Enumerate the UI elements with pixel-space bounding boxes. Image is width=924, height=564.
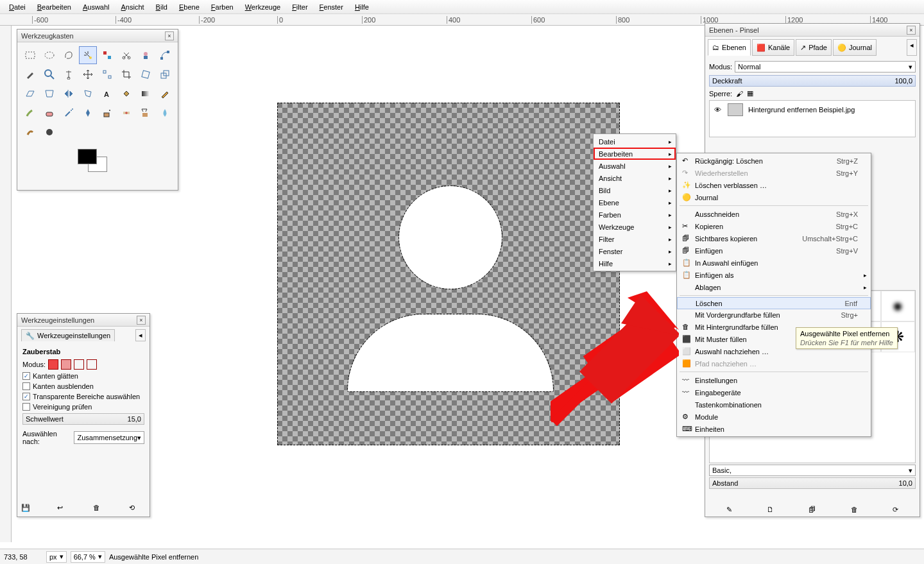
- layer-name[interactable]: Hintergrund entfernen Beispiel.jpg: [748, 106, 855, 114]
- tool-by-color-select[interactable]: [98, 46, 116, 64]
- ctx-edit-item[interactable]: 🗐Sichtbares kopierenUmschalt+Strg+C: [677, 232, 871, 244]
- tool-smudge[interactable]: [21, 123, 39, 141]
- antialias-checkbox[interactable]: ✓: [22, 372, 30, 380]
- tool-dodge-burn[interactable]: [40, 123, 58, 141]
- mode-add-icon[interactable]: [61, 359, 71, 370]
- tool-perspective-clone[interactable]: [137, 104, 155, 122]
- tool-shear[interactable]: [21, 85, 39, 103]
- ctx-edit-item[interactable]: Ablagen▸: [677, 281, 871, 293]
- tool-paths[interactable]: [156, 46, 174, 64]
- ctx-ansicht[interactable]: Ansicht▸: [594, 172, 676, 184]
- ctx-farben[interactable]: Farben▸: [594, 209, 676, 221]
- feather-checkbox[interactable]: [22, 382, 30, 390]
- duplicate-brush-icon[interactable]: 🗐: [809, 506, 816, 514]
- ctx-edit-item[interactable]: Tastenkombinationen: [677, 398, 871, 411]
- ctx-edit-item[interactable]: ⌨Einheiten: [677, 423, 871, 435]
- tool-fuzzy-select[interactable]: [79, 46, 97, 64]
- tool-align[interactable]: [98, 65, 116, 83]
- layer-row[interactable]: 👁 Hintergrund entfernen Beispiel.jpg: [711, 102, 914, 117]
- ctx-auswahl[interactable]: Auswahl▸: [594, 160, 676, 172]
- tool-options-panel[interactable]: Werkzeugeinstellungen × 🔧 Werkzeugeinste…: [17, 313, 150, 517]
- fg-color-swatch[interactable]: [78, 149, 97, 164]
- eye-icon[interactable]: 👁: [712, 106, 723, 114]
- threshold-slider[interactable]: Schwellwert 15,0: [22, 413, 144, 425]
- ctx-ebene[interactable]: Ebene▸: [594, 196, 676, 209]
- tool-cage[interactable]: [79, 85, 97, 103]
- menu-ansicht[interactable]: Ansicht: [116, 2, 150, 12]
- tool-scale[interactable]: [156, 65, 174, 83]
- menu-fenster[interactable]: Fenster: [314, 2, 348, 12]
- tool-rect-select[interactable]: [21, 46, 39, 64]
- edit-brush-icon[interactable]: ✎: [726, 506, 732, 514]
- refresh-brush-icon[interactable]: ⟳: [893, 506, 898, 514]
- fg-bg-color[interactable]: [78, 149, 114, 177]
- ctx-edit-item[interactable]: ✨Löschen verblassen …: [677, 179, 871, 191]
- menu-filter[interactable]: Filter: [287, 2, 312, 12]
- tool-flip[interactable]: [60, 85, 78, 103]
- menu-hilfe[interactable]: Hilfe: [350, 2, 374, 12]
- ctx-edit-item[interactable]: 〰Eingabegeräte: [677, 386, 871, 398]
- tab-paths[interactable]: ↗Pfade: [796, 39, 832, 56]
- toolbox-panel[interactable]: Werkzeugkasten × A: [17, 29, 178, 191]
- tool-ellipse-select[interactable]: [40, 46, 58, 64]
- blend-mode-combo[interactable]: Normal ▾: [735, 61, 916, 73]
- ctx-edit-item[interactable]: Mit Vordergrundfarbe füllenStrg+: [677, 309, 871, 321]
- tab-menu-icon[interactable]: ◂: [135, 329, 146, 341]
- mode-replace-icon[interactable]: [48, 359, 58, 370]
- ctx-edit-item[interactable]: 🟧Pfad nachziehen …: [677, 357, 871, 370]
- toolbox-titlebar[interactable]: Werkzeugkasten ×: [17, 30, 178, 42]
- tool-scissors[interactable]: [117, 46, 135, 64]
- delete-brush-icon[interactable]: 🗑: [851, 506, 858, 514]
- tool-perspective[interactable]: [40, 85, 58, 103]
- tab-menu-icon[interactable]: ◂: [907, 39, 917, 56]
- close-icon[interactable]: ×: [907, 26, 916, 35]
- ctx-edit-item[interactable]: 📋In Auswahl einfügen: [677, 257, 871, 269]
- menu-auswahl[interactable]: Auswahl: [78, 2, 115, 12]
- status-zoom-combo[interactable]: 66,7 %▾: [71, 551, 105, 563]
- menu-bild[interactable]: Bild: [151, 2, 173, 12]
- mode-subtract-icon[interactable]: [74, 359, 84, 370]
- tool-foreground-select[interactable]: [137, 46, 155, 64]
- tool-options-tab[interactable]: 🔧 Werkzeugeinstellungen: [21, 329, 115, 341]
- ctx-edit-item[interactable]: 🟡Journal: [677, 191, 871, 203]
- merged-checkbox[interactable]: [22, 403, 30, 411]
- context-menu-edit[interactable]: ↶Rückgängig: LöschenStrg+Z↷Wiederherstel…: [676, 153, 871, 437]
- lock-alpha-icon[interactable]: ▦: [747, 89, 753, 98]
- context-menu-main[interactable]: Datei▸ Bearbeiten▸ Auswahl▸ Ansicht▸ Bil…: [593, 133, 676, 271]
- tool-paintbrush[interactable]: [21, 104, 39, 122]
- ctx-edit-item[interactable]: 〰Einstellungen: [677, 374, 871, 386]
- tool-blur[interactable]: [156, 104, 174, 122]
- brush-cell[interactable]: ●: [881, 291, 915, 321]
- tool-eraser[interactable]: [40, 104, 58, 122]
- mode-intersect-icon[interactable]: [87, 359, 97, 370]
- ctx-bild[interactable]: Bild▸: [594, 184, 676, 196]
- ctx-edit-item[interactable]: 📋Einfügen als▸: [677, 269, 871, 281]
- brush-spacing-slider[interactable]: Abstand 10,0: [709, 477, 916, 489]
- transparent-checkbox[interactable]: ✓: [22, 393, 30, 400]
- ctx-datei[interactable]: Datei▸: [594, 135, 676, 148]
- tool-pencil[interactable]: [156, 85, 174, 103]
- ctx-fenster[interactable]: Fenster▸: [594, 245, 676, 257]
- select-by-combo[interactable]: Zusammensetzung ▾: [74, 431, 144, 444]
- menu-datei[interactable]: Datei: [4, 2, 31, 12]
- ctx-edit-item[interactable]: ↷WiederherstellenStrg+Y: [677, 167, 871, 179]
- status-units-combo[interactable]: px▾: [46, 551, 67, 563]
- tool-zoom[interactable]: [40, 65, 58, 83]
- menubar[interactable]: Datei Bearbeiten Auswahl Ansicht Bild Eb…: [0, 0, 924, 14]
- menu-farben[interactable]: Farben: [206, 2, 239, 12]
- ctx-hilfe[interactable]: Hilfe▸: [594, 257, 676, 269]
- menu-ebene[interactable]: Ebene: [174, 2, 205, 12]
- tool-move[interactable]: [79, 65, 97, 83]
- tab-channels[interactable]: 🟥Kanäle: [752, 39, 794, 56]
- layer-list[interactable]: 👁 Hintergrund entfernen Beispiel.jpg: [709, 100, 916, 137]
- menu-bearbeiten[interactable]: Bearbeiten: [32, 2, 76, 12]
- lock-pixels-icon[interactable]: 🖌: [736, 90, 743, 98]
- brush-category-combo[interactable]: Basic, ▾: [709, 465, 916, 476]
- ctx-edit-item[interactable]: ✂KopierenStrg+C: [677, 220, 871, 232]
- tool-options-titlebar[interactable]: Werkzeugeinstellungen ×: [17, 314, 150, 327]
- ctx-edit-item[interactable]: ↶Rückgängig: LöschenStrg+Z: [677, 155, 871, 167]
- save-preset-icon[interactable]: 💾: [21, 504, 31, 514]
- ctx-edit-item[interactable]: 🗐EinfügenStrg+V: [677, 244, 871, 257]
- ctx-edit-item[interactable]: ⚙Module: [677, 411, 871, 423]
- ctx-edit-item[interactable]: LöschenEntf: [677, 297, 871, 309]
